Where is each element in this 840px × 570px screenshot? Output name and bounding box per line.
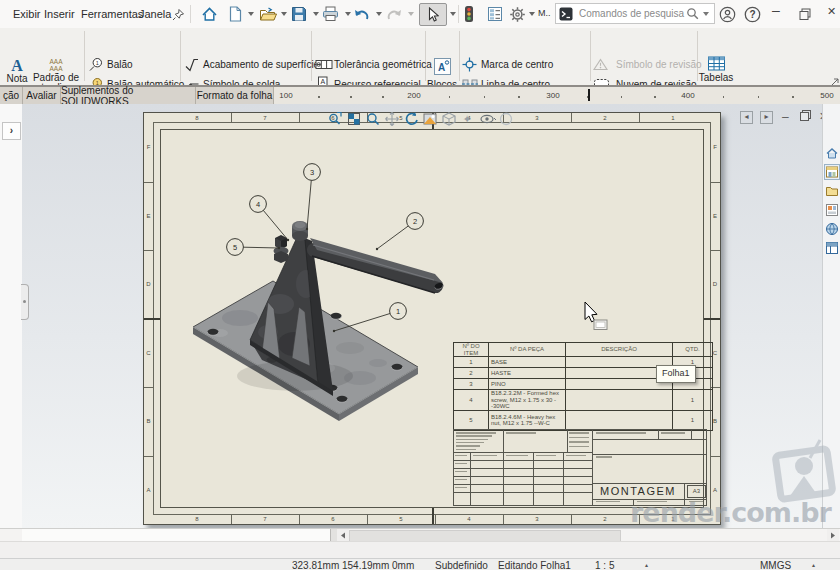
redo-caret[interactable]	[408, 12, 414, 16]
search-input[interactable]: Comandos de pesquisa	[579, 8, 686, 19]
tab-avaliar[interactable]: Avaliar	[23, 87, 61, 104]
print-button[interactable]	[322, 5, 339, 23]
panel-splitter-handle[interactable]	[21, 284, 29, 320]
new-document-button[interactable]	[229, 5, 242, 23]
ribbon-marca-de-centro[interactable]: Marca de centro	[462, 56, 553, 72]
scale-caret-icon[interactable]: ▴	[645, 561, 648, 568]
ribbon-padra-o-de-notas-linear[interactable]: AAAAAAPadrão denotas linear	[31, 28, 81, 84]
taskpane-design-library-icon[interactable]	[825, 165, 839, 179]
balloon-1[interactable]: 1	[333, 303, 407, 333]
pin-icon[interactable]	[172, 7, 185, 25]
taskpane-view-palette-icon[interactable]	[825, 203, 839, 217]
options-caret[interactable]	[529, 12, 535, 16]
search-caret[interactable]	[703, 12, 709, 16]
ruler-label: 200	[407, 91, 420, 100]
options-gear-button[interactable]	[509, 5, 526, 23]
balloon-3[interactable]: 3	[304, 164, 321, 231]
bom-cell-part: B18.2.3.2M - Formed hex screw, M12 x 1.7…	[489, 390, 566, 411]
pan-icon[interactable]	[384, 111, 400, 127]
center-mark-icon	[462, 57, 481, 72]
select-tool-button[interactable]	[419, 3, 447, 26]
redo-button[interactable]	[385, 5, 403, 23]
rotate-view-icon[interactable]	[403, 111, 419, 127]
back-button[interactable]: ◂	[740, 110, 753, 124]
title-block-text	[596, 456, 612, 458]
minimize-button[interactable]: –	[772, 2, 780, 18]
collapsed-menu-label[interactable]: M..	[538, 8, 551, 18]
bom-header: DESCRIÇÃO	[566, 343, 673, 357]
forward-button[interactable]: ▸	[760, 110, 773, 124]
title-block-text	[456, 432, 496, 434]
watermark-text: render.com.br	[630, 497, 831, 528]
visibility-eye-icon[interactable]	[479, 111, 495, 127]
menu-exibir[interactable]: Exibir	[13, 8, 41, 20]
bom-row[interactable]: 4B18.2.3.2M - Formed hex screw, M12 x 1.…	[454, 390, 713, 411]
rebuild-traffic-light-icon[interactable]	[464, 5, 474, 23]
search-icon[interactable]	[686, 7, 699, 20]
scene-icon[interactable]	[498, 111, 514, 127]
title-block[interactable]: MONTAGEM A3	[453, 429, 707, 506]
balloon-icon: 1	[88, 57, 107, 72]
units-caret-icon[interactable]: ▴	[812, 561, 815, 568]
taskpane-appearances-icon[interactable]	[825, 222, 839, 236]
divider	[458, 5, 459, 23]
balloon-4[interactable]: 4	[250, 196, 290, 242]
doc-minimize-button[interactable]: –	[782, 110, 789, 124]
open-button[interactable]	[259, 5, 277, 23]
taskpane-home-icon[interactable]	[825, 146, 839, 160]
geometric-tolerance-icon	[315, 58, 334, 71]
display-style-icon[interactable]	[441, 111, 457, 127]
expand-panel-button[interactable]: ›	[2, 122, 21, 140]
status-sheet-scale[interactable]: 1 : 5	[595, 560, 614, 570]
undo-button[interactable]	[353, 5, 371, 23]
home-button[interactable]	[201, 5, 218, 23]
view-settings-icon[interactable]	[422, 111, 438, 127]
tab-suplementos-do-solidworks[interactable]: Suplementos do SOLIDWORKS	[61, 87, 196, 104]
ribbon-acabamento-de-superfi-cie[interactable]: Acabamento de superfície	[184, 56, 319, 72]
close-button[interactable]: ✕	[827, 5, 836, 18]
file-properties-button[interactable]	[487, 5, 503, 23]
restore-button[interactable]	[799, 5, 811, 23]
doc-restore-button[interactable]	[800, 110, 811, 123]
save-caret[interactable]	[313, 12, 319, 16]
taskpane-custom-properties-icon[interactable]	[825, 241, 839, 255]
help-icon[interactable]: ?	[744, 5, 761, 23]
group-separator	[180, 31, 181, 81]
save-button[interactable]	[291, 5, 307, 23]
status-units[interactable]: MMGS	[760, 560, 791, 570]
menu-janela[interactable]: Janela	[139, 8, 171, 20]
menu-ferramentas[interactable]: Ferramentas	[81, 8, 143, 20]
bom-cell-item: 4	[454, 390, 489, 411]
taskpane-file-explorer-icon[interactable]	[825, 184, 839, 198]
ruler-tick	[723, 96, 725, 98]
print-caret[interactable]	[345, 12, 351, 16]
search-box[interactable]: Comandos de pesquisa	[555, 3, 715, 24]
user-account-icon[interactable]	[719, 5, 736, 23]
sheet-tabs-area[interactable]	[22, 529, 330, 541]
bill-of-materials-table[interactable]: Nº DO ITEMNº DA PEÇADESCRIÇÃOQTD.1BASE12…	[453, 342, 713, 431]
tab-c-a-o[interactable]: ção	[0, 87, 23, 104]
open-caret[interactable]	[281, 12, 287, 16]
balloon-2[interactable]: 2	[376, 213, 424, 251]
tab-formato-da-folha[interactable]: Formato da folha	[196, 87, 274, 104]
scroll-right-button[interactable]	[827, 529, 839, 541]
horizontal-ruler: 100200300400500	[273, 87, 840, 104]
scroll-left-button[interactable]	[337, 529, 349, 541]
ribbon-tabelas[interactable]: Tabelas	[698, 28, 734, 84]
title-block-line	[658, 429, 659, 439]
ribbon-bala-o[interactable]: 1Balão	[88, 56, 133, 72]
bom-row[interactable]: 5B18.2.4.6M - Heavy hex nut, M12 x 1.75 …	[454, 410, 713, 430]
ribbon-label: Acabamento de superfície	[203, 59, 319, 70]
new-document-caret[interactable]	[248, 12, 254, 16]
balloon-5[interactable]: 5	[227, 239, 281, 256]
zoom-to-area-icon[interactable]	[365, 111, 381, 127]
ribbon-si-mbolo-de-revisa-o[interactable]: Símbolo de revisão	[593, 56, 702, 72]
undo-caret[interactable]	[376, 12, 382, 16]
title-block-text	[455, 487, 467, 489]
ribbon-tolera-ncia-geome-trica[interactable]: Tolerância geométrica	[315, 56, 432, 72]
zoom-previous-icon[interactable]	[327, 111, 343, 127]
menu-inserir[interactable]: Inserir	[44, 8, 75, 20]
hide-show-items-icon[interactable]: ✦	[460, 111, 476, 127]
select-tool-caret[interactable]	[450, 12, 456, 16]
zoom-to-fit-icon[interactable]	[346, 111, 362, 127]
